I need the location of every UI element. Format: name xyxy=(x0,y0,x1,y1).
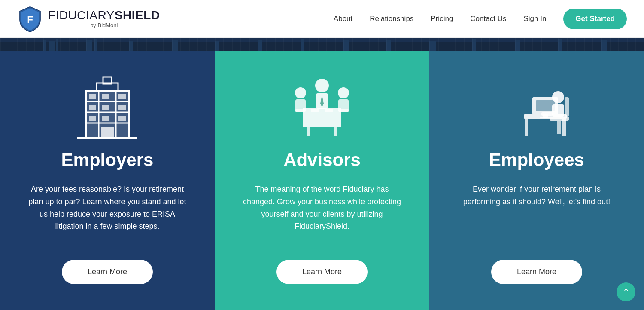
employees-icon xyxy=(498,72,575,141)
advisors-description: The meaning of the word Fiduciary has ch… xyxy=(240,183,404,242)
svg-rect-12 xyxy=(301,39,304,51)
svg-rect-27 xyxy=(89,94,96,99)
svg-rect-29 xyxy=(118,94,126,99)
employees-title: Employees xyxy=(489,150,584,170)
svg-rect-53 xyxy=(325,109,333,112)
svg-rect-36 xyxy=(101,127,114,138)
svg-rect-8 xyxy=(129,41,133,51)
header: F FIDUCIARYSHIELD by BidMoni About Relat… xyxy=(0,0,644,38)
svg-point-46 xyxy=(295,87,306,98)
svg-rect-33 xyxy=(89,116,96,121)
svg-rect-15 xyxy=(429,41,436,51)
svg-rect-17 xyxy=(515,40,520,51)
advisors-column: Advisors The meaning of the word Fiducia… xyxy=(215,51,429,310)
svg-rect-55 xyxy=(562,119,566,136)
svg-rect-6 xyxy=(86,40,92,51)
svg-rect-62 xyxy=(552,104,564,117)
svg-rect-41 xyxy=(307,127,310,136)
svg-rect-14 xyxy=(386,40,391,51)
svg-rect-7 xyxy=(94,39,97,51)
nav-about[interactable]: About xyxy=(334,15,352,23)
svg-rect-40 xyxy=(303,108,341,127)
skyline-decoration xyxy=(0,38,644,51)
scroll-to-top-button[interactable]: ⌃ xyxy=(617,282,635,301)
content-columns: Employers Are your fees reasonable? Is y… xyxy=(0,51,644,310)
logo: F FIDUCIARYSHIELD by BidMoni xyxy=(17,6,160,32)
svg-rect-2 xyxy=(0,42,644,51)
svg-rect-13 xyxy=(343,40,349,51)
employers-description: Are your fees reasonable? Is your retire… xyxy=(26,183,189,242)
logo-brand: FIDUCIARYSHIELD xyxy=(48,9,160,22)
nav-signin[interactable]: Sign In xyxy=(523,15,546,23)
svg-rect-5 xyxy=(56,39,58,51)
svg-rect-51 xyxy=(340,109,349,112)
svg-rect-60 xyxy=(540,117,550,118)
svg-rect-4 xyxy=(49,41,55,51)
get-started-button[interactable]: Get Started xyxy=(563,9,627,29)
svg-rect-52 xyxy=(311,109,319,112)
svg-rect-35 xyxy=(118,116,126,121)
svg-rect-66 xyxy=(557,121,561,134)
svg-rect-42 xyxy=(334,127,337,136)
svg-rect-9 xyxy=(172,40,178,51)
svg-rect-32 xyxy=(118,105,126,110)
svg-rect-19 xyxy=(601,40,607,51)
advisors-learn-more-button[interactable]: Learn More xyxy=(276,260,368,284)
svg-rect-3 xyxy=(43,40,46,51)
shield-icon: F xyxy=(17,6,43,32)
svg-point-61 xyxy=(552,91,564,103)
employers-learn-more-button[interactable]: Learn More xyxy=(62,260,153,284)
svg-rect-31 xyxy=(102,105,109,110)
nav-pricing[interactable]: Pricing xyxy=(431,15,453,23)
svg-rect-1 xyxy=(0,38,644,51)
svg-rect-10 xyxy=(215,41,219,51)
svg-rect-65 xyxy=(550,117,569,121)
svg-rect-56 xyxy=(525,119,528,136)
main-nav: About Relationships Pricing Contact Us S… xyxy=(334,9,627,29)
svg-rect-16 xyxy=(472,39,476,51)
svg-rect-28 xyxy=(102,94,109,99)
logo-text: FIDUCIARYSHIELD by BidMoni xyxy=(48,9,160,28)
hero-band xyxy=(0,38,644,51)
svg-rect-63 xyxy=(541,112,553,116)
svg-rect-18 xyxy=(558,39,562,51)
employees-description: Ever wonder if your retirement plan is p… xyxy=(455,183,618,242)
nav-relationships[interactable]: Relationships xyxy=(370,15,413,23)
svg-rect-30 xyxy=(89,105,96,110)
logo-subbrand: by BidMoni xyxy=(48,22,160,28)
employers-column: Employers Are your fees reasonable? Is y… xyxy=(0,51,215,310)
employees-column: Employees Ever wonder if your retirement… xyxy=(429,51,644,310)
svg-rect-34 xyxy=(102,116,109,121)
svg-point-43 xyxy=(315,79,329,92)
svg-rect-64 xyxy=(565,97,569,117)
advisors-icon xyxy=(283,72,361,141)
nav-contact[interactable]: Contact Us xyxy=(470,15,506,23)
svg-text:F: F xyxy=(27,14,33,25)
svg-rect-50 xyxy=(295,109,304,112)
employers-icon xyxy=(69,72,146,141)
svg-point-48 xyxy=(338,87,349,98)
svg-rect-58 xyxy=(536,100,555,111)
advisors-title: Advisors xyxy=(283,150,361,170)
svg-rect-11 xyxy=(258,40,262,51)
employees-learn-more-button[interactable]: Learn More xyxy=(491,260,582,284)
employers-title: Employers xyxy=(61,150,154,170)
